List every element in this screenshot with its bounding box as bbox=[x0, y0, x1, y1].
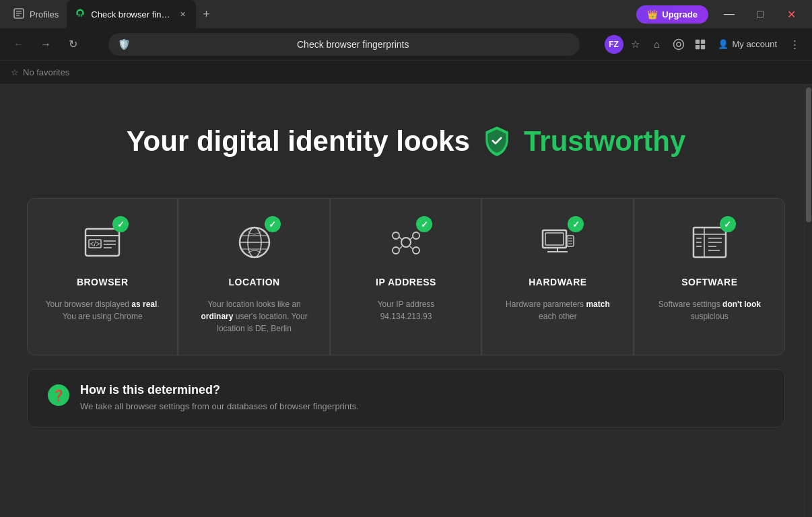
location-card-title: LOCATION bbox=[229, 277, 280, 287]
location-card-desc: Your location looks like an ordinary use… bbox=[193, 298, 315, 335]
ip-address-card: ✓ IP ADDRESS Your IP address94.134.213.9… bbox=[331, 199, 481, 355]
hardware-card: ✓ HARDWARE Hardware parameters match eac… bbox=[483, 199, 633, 355]
account-icon: 👤 bbox=[718, 39, 729, 49]
toolbar-icons: FZ ☆ ⌂ 👤 My account ⋮ bbox=[605, 35, 804, 54]
svg-text:</>: </> bbox=[90, 240, 100, 248]
upgrade-icon: 👑 bbox=[647, 9, 658, 20]
svg-rect-9 bbox=[700, 44, 704, 48]
svg-rect-6 bbox=[695, 39, 699, 43]
main-content: Your digital identity looks Trustworthy … bbox=[0, 85, 812, 517]
software-icon-wrap: ✓ bbox=[686, 219, 733, 266]
maximize-button[interactable]: □ bbox=[745, 0, 776, 28]
home-icon[interactable]: ⌂ bbox=[648, 35, 667, 54]
ip-check-badge: ✓ bbox=[416, 216, 432, 232]
svg-rect-7 bbox=[700, 39, 704, 43]
location-check-badge: ✓ bbox=[265, 216, 281, 232]
browser-card-desc: Your browser displayed as real. You are … bbox=[41, 298, 164, 322]
toolbar: ← → ↻ 🛡️ Check browser fingerprints FZ ☆… bbox=[0, 28, 812, 61]
bottom-hint: ❓ How is this determined? We take all br… bbox=[27, 369, 785, 427]
hint-content: How is this determined? We take all brow… bbox=[80, 383, 359, 413]
tab-fingerprint[interactable]: Check browser finge... ✕ bbox=[67, 0, 196, 28]
grid-icon[interactable] bbox=[691, 35, 710, 54]
location-card: ✓ LOCATION Your location looks like an o… bbox=[179, 199, 329, 355]
hardware-card-desc: Hardware parameters match each other bbox=[496, 298, 619, 322]
hardware-check-badge: ✓ bbox=[568, 216, 584, 232]
svg-line-28 bbox=[410, 237, 413, 240]
hero-section: Your digital identity looks Trustworthy bbox=[0, 85, 812, 184]
svg-point-4 bbox=[673, 39, 683, 49]
svg-line-29 bbox=[399, 246, 402, 249]
hint-desc: We take all browser settings from our da… bbox=[80, 400, 359, 413]
hero-prefix: Your digital identity looks bbox=[127, 125, 470, 158]
software-check-badge: ✓ bbox=[720, 216, 736, 232]
back-button[interactable]: ← bbox=[8, 34, 30, 55]
titlebar: Profiles Check browser finge... ✕ + 👑 Up… bbox=[0, 0, 812, 28]
site-shield-icon: 🛡️ bbox=[118, 38, 131, 50]
new-tab-button[interactable]: + bbox=[196, 0, 217, 28]
tab-profiles[interactable]: Profiles bbox=[5, 0, 67, 28]
profiles-tab-icon bbox=[13, 8, 24, 21]
software-card-desc: Software settings don't look suspicious bbox=[648, 298, 771, 322]
my-account-label: My account bbox=[733, 39, 777, 49]
refresh-button[interactable]: ↻ bbox=[62, 34, 83, 55]
svg-point-22 bbox=[401, 238, 411, 247]
scrollbar-thumb[interactable] bbox=[806, 88, 811, 222]
menu-icon[interactable]: ⋮ bbox=[785, 35, 804, 54]
bookmark-star-icon[interactable]: ☆ bbox=[626, 35, 645, 54]
hero-status: Trustworthy bbox=[524, 125, 685, 158]
browser-icon-wrap: </> ✓ bbox=[79, 219, 126, 266]
svg-point-26 bbox=[413, 247, 419, 254]
minimize-button[interactable]: — bbox=[714, 0, 745, 28]
software-card: ✓ SOFTWARE Software settings don't look … bbox=[635, 199, 784, 355]
ip-card-title: IP ADDRESS bbox=[376, 277, 436, 287]
upgrade-button[interactable]: 👑 Upgrade bbox=[636, 5, 708, 24]
close-button[interactable]: ✕ bbox=[776, 0, 807, 28]
upgrade-label: Upgrade bbox=[662, 9, 698, 20]
svg-point-25 bbox=[393, 247, 399, 254]
scrollbar-track[interactable] bbox=[804, 85, 812, 517]
no-favorites: ☆ No favorites bbox=[11, 67, 69, 77]
software-card-title: SOFTWARE bbox=[681, 277, 737, 287]
extension-icon[interactable] bbox=[669, 35, 688, 54]
browser-card-title: BROWSER bbox=[77, 277, 129, 287]
hero-title: Your digital identity looks Trustworthy bbox=[27, 125, 785, 158]
hero-shield-icon bbox=[481, 125, 513, 158]
bookmarks-bar: ☆ No favorites bbox=[0, 61, 812, 85]
address-bar[interactable]: 🛡️ Check browser fingerprints bbox=[108, 33, 580, 56]
svg-point-5 bbox=[677, 42, 681, 46]
profiles-tab-label: Profiles bbox=[30, 9, 59, 20]
address-text: Check browser fingerprints bbox=[136, 39, 570, 50]
hint-icon: ❓ bbox=[48, 384, 69, 406]
star-icon: ☆ bbox=[11, 67, 19, 77]
hardware-icon-wrap: ✓ bbox=[534, 219, 581, 266]
tab-close-button[interactable]: ✕ bbox=[177, 9, 188, 20]
svg-rect-32 bbox=[545, 233, 564, 245]
hardware-card-title: HARDWARE bbox=[529, 277, 586, 287]
titlebar-controls: 👑 Upgrade — □ ✕ bbox=[636, 0, 812, 28]
user-avatar[interactable]: FZ bbox=[605, 35, 623, 54]
fingerprint-tab-icon bbox=[75, 8, 86, 21]
hint-title: How is this determined? bbox=[80, 383, 359, 397]
svg-point-23 bbox=[393, 232, 399, 239]
browser-card: </> ✓ BROWSER Your browser displayed as … bbox=[28, 199, 178, 355]
ip-card-desc: Your IP address94.134.213.93 bbox=[378, 298, 435, 322]
svg-line-30 bbox=[410, 246, 413, 249]
svg-point-24 bbox=[413, 232, 419, 239]
browser-check-badge: ✓ bbox=[112, 216, 129, 232]
cards-container: </> ✓ BROWSER Your browser displayed as … bbox=[27, 198, 785, 355]
svg-line-27 bbox=[399, 237, 402, 240]
forward-button[interactable]: → bbox=[35, 34, 57, 55]
location-icon-wrap: ✓ bbox=[231, 219, 278, 266]
my-account-link[interactable]: 👤 My account bbox=[712, 36, 782, 52]
no-favorites-label: No favorites bbox=[23, 67, 69, 77]
fingerprint-tab-label: Check browser finge... bbox=[91, 9, 172, 20]
svg-rect-8 bbox=[695, 44, 699, 48]
ip-icon-wrap: ✓ bbox=[382, 219, 430, 266]
